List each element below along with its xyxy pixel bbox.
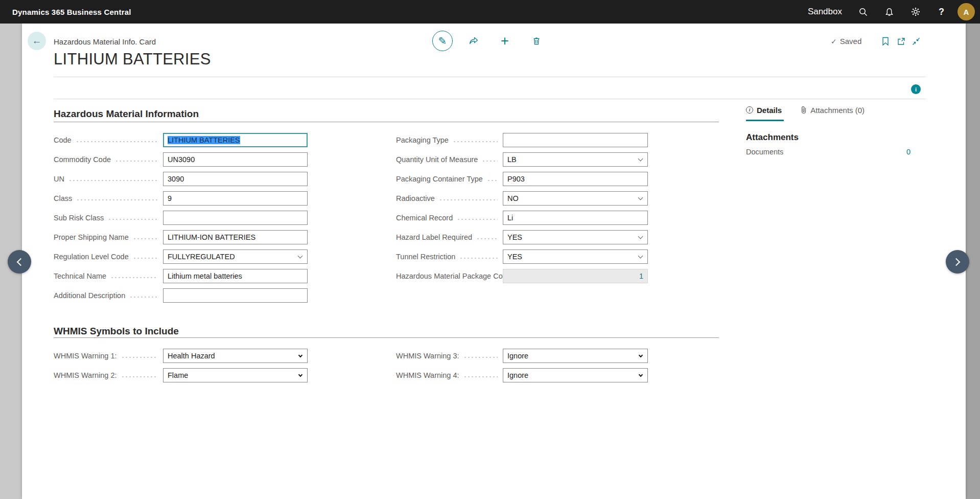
- field-input-tunnel-restriction[interactable]: YES: [503, 250, 648, 264]
- field-input-quantity-unit-of-measure[interactable]: LB: [503, 152, 648, 167]
- info-glyph: i: [915, 86, 917, 93]
- search-icon[interactable]: [850, 0, 876, 24]
- page-title: LITHIUM BATTERIES: [54, 50, 211, 69]
- field-label: Tunnel Restriction: [396, 253, 503, 261]
- field-label-text: WHMIS Warning 3:: [396, 352, 459, 360]
- field-value: Health Hazard: [168, 352, 215, 360]
- field-label-text: Commodity Code: [54, 155, 111, 164]
- check-icon: ✓: [831, 37, 837, 46]
- field-input-whmis-warning-3[interactable]: Ignore: [503, 349, 648, 363]
- field-row-technical-name: Technical NameLithium metal batteries: [54, 266, 308, 286]
- field-label: Quantity Unit of Measure: [396, 155, 503, 164]
- field-label: Packaging Container Type: [396, 175, 503, 183]
- dotted-leader: [68, 180, 158, 181]
- chevron-down-icon[interactable]: [639, 353, 643, 357]
- new-button[interactable]: +: [498, 31, 511, 51]
- section-title-whmis[interactable]: WHMIS Symbols to Include: [54, 326, 179, 337]
- field-input-un[interactable]: 3090: [163, 172, 308, 186]
- previous-record-button[interactable]: [8, 250, 31, 274]
- field-value: Li: [507, 214, 513, 222]
- app-title[interactable]: Dynamics 365 Business Central: [12, 8, 131, 16]
- field-input-code[interactable]: LITHIUM BATTERIES: [163, 133, 308, 147]
- field-label-text: WHMIS Warning 2:: [54, 371, 117, 379]
- chevron-down-icon[interactable]: [639, 372, 643, 376]
- field-input-chemical-record[interactable]: Li: [503, 211, 648, 225]
- field-input-hazard-label-required[interactable]: YES: [503, 230, 648, 244]
- back-arrow-icon: ←: [32, 35, 42, 47]
- field-label: Hazard Label Required: [396, 233, 503, 241]
- field-label: Additional Description: [54, 291, 163, 300]
- dotted-leader: [108, 219, 158, 220]
- dotted-leader: [121, 357, 158, 358]
- field-label-text: Sub Risk Class: [54, 214, 104, 222]
- environment-badge[interactable]: Sandbox: [808, 7, 842, 17]
- edit-button[interactable]: ✎: [432, 31, 453, 51]
- field-row-chemical-record: Chemical RecordLi: [396, 208, 648, 228]
- field-input-commodity-code[interactable]: UN3090: [163, 152, 308, 167]
- dotted-leader: [133, 258, 158, 259]
- field-input-packaging-container-type[interactable]: P903: [503, 172, 648, 186]
- field-value: Flame: [168, 371, 188, 379]
- field-input-additional-description[interactable]: [163, 288, 308, 303]
- chevron-down-icon[interactable]: [298, 353, 302, 357]
- notifications-bell-icon[interactable]: [876, 0, 902, 24]
- chevron-down-icon[interactable]: [638, 253, 643, 258]
- chevron-down-icon[interactable]: [638, 195, 643, 200]
- field-input-whmis-warning-1[interactable]: Health Hazard: [163, 349, 308, 363]
- chevron-down-icon[interactable]: [638, 234, 643, 239]
- paperclip-icon: [800, 106, 807, 115]
- next-record-button[interactable]: [946, 250, 969, 274]
- section-rule: [54, 337, 719, 338]
- chevron-down-icon[interactable]: [638, 156, 643, 161]
- field-row-un: UN3090: [54, 169, 308, 189]
- dotted-leader: [463, 376, 498, 377]
- factbox-tabs: i Details Attachments (0): [746, 102, 926, 118]
- documents-label: Documents: [746, 148, 783, 156]
- system-indicator-info-icon[interactable]: i: [911, 84, 921, 94]
- field-label: Code: [54, 136, 163, 144]
- chevron-down-icon[interactable]: [298, 253, 303, 258]
- user-avatar[interactable]: A: [958, 3, 975, 20]
- field-input-regulation-level-code[interactable]: FULLYREGULATED: [163, 250, 308, 264]
- tab-details[interactable]: i Details: [746, 106, 782, 115]
- tab-attachments[interactable]: Attachments (0): [800, 106, 865, 115]
- plus-icon: +: [501, 33, 509, 49]
- field-input-class[interactable]: 9: [163, 191, 308, 206]
- field-label-text: Hazardous Material Package Count: [396, 272, 503, 280]
- breadcrumb[interactable]: Hazardous Material Info. Card: [54, 37, 156, 46]
- field-input-sub-risk-class[interactable]: [163, 211, 308, 225]
- field-label: Commodity Code: [54, 155, 163, 164]
- dotted-leader: [482, 161, 498, 162]
- field-input-packaging-type[interactable]: [503, 133, 648, 147]
- dotted-leader: [76, 141, 158, 142]
- field-label-text: Additional Description: [54, 291, 125, 300]
- field-label-text: Class: [54, 194, 72, 202]
- delete-button[interactable]: [531, 36, 542, 46]
- field-value: YES: [507, 233, 522, 241]
- settings-gear-icon[interactable]: [902, 0, 928, 24]
- field-label-text: Regulation Level Code: [54, 253, 129, 261]
- field-label-text: Code: [54, 136, 72, 144]
- field-input-whmis-warning-2[interactable]: Flame: [163, 368, 308, 382]
- field-label-text: Proper Shipping Name: [54, 233, 129, 241]
- field-label: Packaging Type: [396, 136, 503, 144]
- field-row-whmis-warning-1: WHMIS Warning 1:Health Hazard: [54, 346, 308, 366]
- back-button[interactable]: ←: [28, 32, 46, 50]
- share-button[interactable]: [469, 36, 479, 46]
- bookmark-button[interactable]: [881, 37, 890, 46]
- chevron-down-icon[interactable]: [298, 372, 302, 376]
- field-input-technical-name[interactable]: Lithium metal batteries: [163, 269, 308, 283]
- field-input-whmis-warning-4[interactable]: Ignore: [503, 368, 648, 382]
- field-label-text: WHMIS Warning 1:: [54, 352, 117, 360]
- field-input-radioactive[interactable]: NO: [503, 191, 648, 206]
- open-in-window-button[interactable]: [897, 37, 906, 46]
- help-icon[interactable]: ?: [928, 0, 954, 24]
- documents-row[interactable]: Documents 0: [746, 148, 926, 156]
- field-label: Sub Risk Class: [54, 214, 163, 222]
- tab-details-label: Details: [757, 106, 782, 115]
- documents-count-link[interactable]: 0: [906, 148, 926, 156]
- field-value: Ignore: [507, 371, 528, 379]
- collapse-button[interactable]: [912, 37, 921, 46]
- section-title-hazmat-info[interactable]: Hazardous Material Information: [54, 108, 199, 120]
- field-input-proper-shipping-name[interactable]: LITHIUM-ION BATTERIES: [163, 230, 308, 244]
